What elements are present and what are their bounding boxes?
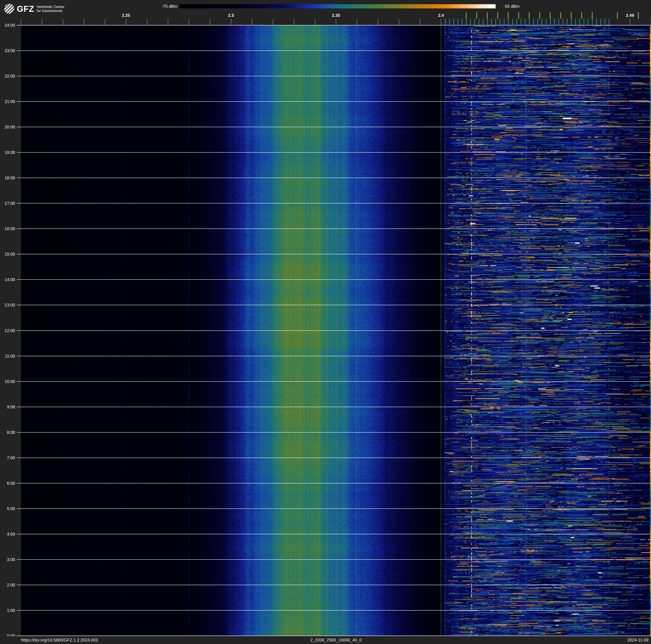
colorbar bbox=[180, 4, 496, 8]
time-axis-label: 20:00 bbox=[0, 124, 15, 129]
wifi-channel-tick bbox=[581, 12, 582, 19]
ble-channel-tick bbox=[604, 19, 605, 25]
freq-minor-tick bbox=[189, 19, 189, 25]
gfz-logo: GFZ Helmholtz Centre for Geosciences bbox=[4, 3, 64, 14]
footer-doi: https://doi.org/10.5880/GFZ.1.2.2024.003 bbox=[21, 637, 98, 643]
ble-channel-tick bbox=[487, 19, 488, 25]
ble-channel-tick bbox=[500, 19, 500, 25]
time-axis-label: 15:00 bbox=[0, 252, 15, 257]
plot-border-line bbox=[17, 25, 651, 25]
hour-gridline bbox=[17, 254, 651, 254]
wifi-channel-tick bbox=[638, 12, 639, 19]
wifi-channel-tick bbox=[560, 12, 561, 19]
freq-minor-tick bbox=[63, 19, 63, 25]
freq-axis-label: 2.35 bbox=[332, 12, 340, 18]
time-axis-label: 16:00 bbox=[0, 226, 15, 231]
hour-gridline bbox=[17, 51, 651, 51]
hour-gridline bbox=[17, 178, 651, 178]
wifi-channel-tick bbox=[466, 12, 467, 19]
ble-channel-tick bbox=[517, 19, 517, 25]
freq-minor-tick bbox=[420, 19, 420, 25]
footer-bar: https://doi.org/10.5880/GFZ.1.2.2024.003… bbox=[0, 636, 651, 644]
ble-channel-tick bbox=[483, 19, 484, 25]
ble-channel-tick bbox=[512, 19, 513, 25]
ble-channel-tick bbox=[550, 19, 551, 25]
ble-channel-tick bbox=[454, 19, 454, 25]
gfz-globe-icon bbox=[4, 3, 15, 14]
ble-channel-tick bbox=[508, 19, 508, 25]
time-axis-label: 22:00 bbox=[0, 74, 15, 79]
hour-gridline bbox=[17, 559, 651, 560]
time-axis-label: 12:00 bbox=[0, 328, 15, 333]
time-axis-label: 14:00 bbox=[0, 277, 15, 282]
ble-channel-tick bbox=[525, 19, 525, 25]
wifi-channel-tick bbox=[476, 12, 477, 19]
freq-minor-tick bbox=[231, 19, 231, 25]
freq-minor-tick bbox=[399, 19, 399, 25]
time-axis-label: 24:00 bbox=[0, 23, 15, 28]
ble-channel-tick bbox=[546, 19, 547, 25]
ble-channel-tick bbox=[462, 19, 462, 25]
hour-gridline bbox=[17, 305, 651, 305]
hour-gridline bbox=[17, 610, 651, 611]
ble-channel-tick bbox=[478, 19, 479, 25]
wifi-channel-tick bbox=[518, 12, 519, 19]
hour-gridline bbox=[17, 585, 651, 585]
hour-gridline bbox=[17, 76, 651, 76]
time-axis-label: 7:00 bbox=[0, 455, 15, 460]
freq-axis-label: 2.25 bbox=[122, 12, 130, 18]
time-axis-label: 3:00 bbox=[0, 557, 15, 562]
ble-channel-tick bbox=[537, 19, 538, 25]
time-axis-label: 5:00 bbox=[0, 506, 15, 511]
colorbar-min-label: -75 dBm bbox=[156, 4, 178, 8]
freq-minor-tick bbox=[378, 19, 378, 25]
time-axis-label: 1:00 bbox=[0, 608, 15, 613]
ble-channel-tick bbox=[445, 19, 445, 25]
footer-dataset-name: 2_2200_2500_10000_40_0 bbox=[310, 637, 362, 643]
hour-gridline bbox=[17, 127, 651, 127]
freq-minor-tick bbox=[21, 19, 21, 25]
plot-border-line bbox=[17, 636, 651, 636]
hour-gridline bbox=[17, 279, 651, 280]
freq-minor-tick bbox=[315, 19, 315, 25]
freq-minor-tick bbox=[273, 19, 273, 25]
ble-channel-tick bbox=[533, 19, 534, 25]
wifi-channel-tick bbox=[550, 12, 551, 19]
colorbar-max-label: -55 dBm bbox=[503, 4, 520, 8]
ble-channel-tick bbox=[584, 19, 584, 25]
ble-channel-tick bbox=[541, 19, 542, 25]
spectrogram-page: { "header": { "logo": { "org": "GFZ", "l… bbox=[0, 0, 651, 644]
ble-channel-tick bbox=[571, 19, 571, 25]
ble-channel-tick bbox=[596, 19, 597, 25]
hour-gridline bbox=[17, 534, 651, 534]
time-axis-label: 6:00 bbox=[0, 481, 15, 486]
ble-channel-tick bbox=[554, 19, 555, 25]
hour-gridline bbox=[17, 432, 651, 433]
hour-gridline bbox=[17, 229, 651, 229]
ble-channel-tick bbox=[491, 19, 492, 25]
hour-gridline bbox=[17, 483, 651, 484]
ble-channel-tick bbox=[529, 19, 530, 25]
time-axis-label: 2:00 bbox=[0, 582, 15, 587]
ble-channel-tick bbox=[470, 19, 471, 25]
ble-channel-tick bbox=[466, 19, 467, 25]
freq-minor-tick bbox=[252, 19, 252, 25]
ble-channel-tick bbox=[558, 19, 559, 25]
freq-minor-tick bbox=[126, 19, 126, 25]
time-axis-label: 13:00 bbox=[0, 302, 15, 308]
hour-gridline bbox=[17, 381, 651, 382]
wifi-channel-tick bbox=[497, 12, 498, 19]
time-axis-label: 17:00 bbox=[0, 201, 15, 206]
time-axis-label: 18:00 bbox=[0, 175, 15, 180]
logo-org: GFZ bbox=[17, 5, 34, 13]
hour-gridline bbox=[17, 203, 651, 203]
footer-date: 2024-11-09 bbox=[627, 637, 649, 643]
freq-minor-tick bbox=[336, 19, 336, 25]
freq-axis-label: 2.3 bbox=[228, 12, 234, 18]
freq-minor-tick bbox=[42, 19, 42, 25]
wifi-channel-tick bbox=[529, 12, 530, 19]
ble-channel-tick bbox=[521, 19, 521, 25]
logo-line2: for Geosciences bbox=[37, 9, 64, 13]
hour-gridline bbox=[17, 458, 651, 458]
logo-line1: Helmholtz Centre bbox=[37, 5, 64, 9]
